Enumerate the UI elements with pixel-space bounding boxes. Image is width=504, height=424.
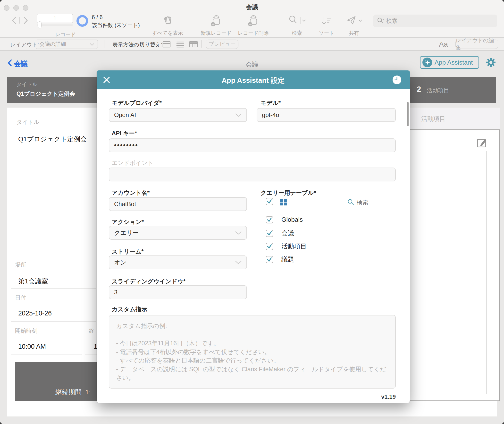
table-row-label: 活動項目 [281, 242, 307, 251]
action-label: アクション* [112, 218, 144, 226]
account-input-value: ChatBot [114, 201, 136, 208]
toolbar: 1 6 / 6 該当件数 (未ソート) レコード すべてを表示 [0, 13, 504, 38]
previous-record-button[interactable] [11, 16, 17, 26]
dialog-scrollbar-thumb[interactable] [407, 102, 409, 126]
action-dropdown[interactable]: クエリー [109, 226, 247, 240]
account-input[interactable]: ChatBot [109, 197, 247, 211]
location-field-label: 場所 [15, 261, 26, 269]
text-formatting-button[interactable]: Aa [439, 40, 448, 48]
show-all-button[interactable]: すべてを表示 [151, 15, 185, 36]
model-input[interactable]: gpt-4o [257, 108, 396, 122]
delete-record-icon [235, 15, 271, 27]
activities-count: 2 [417, 85, 421, 94]
table-checkbox[interactable] [266, 216, 273, 223]
layout-dropdown-value: 会議の詳細 [39, 41, 66, 48]
sliding-window-value: 3 [114, 289, 118, 296]
chevron-down-icon [235, 259, 242, 266]
record-slider-track[interactable] [37, 25, 73, 25]
dialog-title: App Assistant 設定 [97, 76, 410, 85]
new-record-icon [198, 15, 234, 27]
chevron-left-icon [7, 59, 12, 68]
app-assistant-button[interactable]: App Assistant [420, 56, 479, 69]
record-slider-thumb[interactable] [38, 21, 42, 28]
activities-header-label: 活動項目 [427, 87, 449, 94]
action-dropdown-value: クエリー [114, 229, 139, 237]
quick-search-field[interactable] [373, 15, 497, 27]
table-checkbox[interactable] [266, 256, 273, 263]
tab-activities[interactable]: 活動項目 [421, 115, 445, 123]
sparkle-icon [422, 58, 432, 67]
text-format-glyph: Aa [439, 40, 448, 48]
endpoint-label: エンドポイント [112, 159, 153, 167]
chevron-down-icon [235, 111, 242, 119]
model-label: モデル* [260, 99, 281, 107]
api-key-input[interactable]: •••••••• [109, 138, 396, 152]
title-field-value[interactable]: Q1プロジェクト定例会 [18, 135, 87, 144]
table-search-field[interactable] [347, 199, 391, 206]
quick-search-input[interactable] [386, 18, 493, 24]
sort-button[interactable]: ソート [313, 15, 340, 36]
sliding-window-input[interactable]: 3 [109, 285, 247, 299]
portal-right-border [487, 151, 487, 394]
view-switch-label: 表示方法の切り替え: [112, 41, 162, 48]
edit-layout-button[interactable]: レイアウトの編集 [455, 40, 498, 49]
layout-dropdown[interactable]: 会議の詳細 [36, 40, 98, 49]
record-count-caption: 該当件数 (未ソート) [92, 22, 140, 29]
account-label: アカウント名* [112, 189, 150, 197]
start-time-field-value[interactable]: 10:00 AM [18, 343, 46, 350]
custom-instructions-textarea[interactable] [109, 315, 396, 389]
share-dropdown-chevron-icon[interactable] [358, 18, 362, 23]
find-divider [300, 17, 301, 24]
share-button[interactable]: 共有 [339, 15, 369, 36]
stream-dropdown-value: オン [114, 258, 126, 266]
duration-label: 継続期間 1: [55, 388, 91, 397]
left-title-header-value: Q1プロジェクト定例会 [17, 90, 97, 98]
app-window: 会議 1 6 / 6 該当件数 (未ソート) レコード [0, 0, 504, 424]
back-link[interactable]: 会議 [7, 59, 28, 68]
chevron-down-icon [235, 229, 242, 236]
found-set-pie-button[interactable] [76, 15, 88, 27]
gear-icon[interactable] [486, 57, 496, 69]
edit-icon[interactable] [477, 137, 487, 149]
window-title: 会議 [0, 3, 504, 11]
select-all-tables-checkbox[interactable] [266, 198, 273, 205]
table-view-button[interactable] [189, 41, 198, 49]
provider-dropdown[interactable]: Open AI [109, 108, 247, 122]
find-icon [288, 15, 299, 26]
list-view-button[interactable] [176, 41, 185, 49]
duration-value: 1: [85, 389, 91, 396]
api-key-masked-value: •••••••• [114, 142, 138, 149]
date-field-value[interactable]: 2025-10-26 [18, 310, 52, 317]
new-record-button[interactable]: 新規レコード [198, 15, 234, 36]
version-text: v1.19 [347, 393, 396, 400]
table-checkbox[interactable] [266, 230, 273, 237]
provider-dropdown-value: Open AI [114, 111, 136, 119]
date-field-label: 日付 [15, 294, 26, 301]
find-button[interactable]: 検索 [280, 15, 314, 36]
edit-layout-button-label: レイアウトの編集 [456, 37, 498, 51]
table-row: 議題 [266, 255, 294, 264]
delete-record-button[interactable]: レコード削除 [235, 15, 271, 36]
table-row-label: Globals [281, 216, 303, 223]
table-grid-icon[interactable] [280, 198, 287, 207]
layoutbar-divider-2 [202, 40, 202, 48]
stream-dropdown[interactable]: オン [109, 255, 247, 269]
table-row-label: 議題 [281, 255, 294, 264]
history-clock-icon[interactable] [392, 75, 402, 85]
record-number-input[interactable]: 1 [37, 14, 73, 23]
layout-bar: レイアウト: 会議の詳細 表示方法の切り替え: プレビュ [0, 38, 504, 51]
table-row: 活動項目 [266, 242, 307, 251]
search-icon [347, 199, 354, 206]
start-time-field-label: 開始時刻 [15, 327, 37, 335]
table-checkbox[interactable] [266, 243, 273, 250]
next-record-button[interactable] [23, 16, 29, 26]
share-icon [346, 15, 357, 27]
preview-button[interactable]: プレビュー [206, 40, 238, 49]
endpoint-input[interactable] [109, 168, 396, 181]
find-dropdown-chevron-icon[interactable] [302, 18, 306, 23]
table-search-input[interactable] [357, 199, 391, 206]
location-field-value[interactable]: 第1会議室 [18, 277, 48, 286]
layout-label: レイアウト: [10, 41, 39, 48]
table-list-underline [263, 211, 396, 211]
form-view-button[interactable] [162, 41, 171, 49]
